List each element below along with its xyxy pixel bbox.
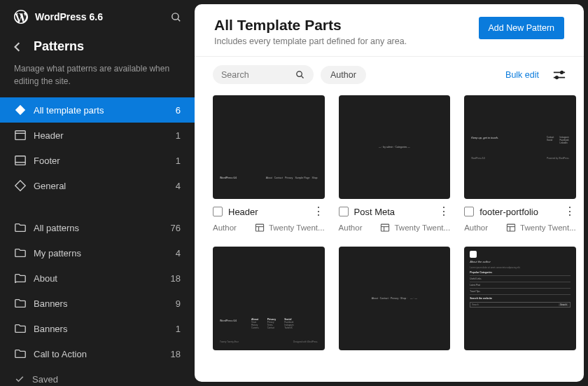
sidebar-item-count: 1 — [176, 156, 181, 166]
sidebar-item-count: 9 — [176, 298, 181, 309]
brand: WordPress 6.6 — [14, 10, 103, 24]
grid-scroll[interactable]: WordPress 6.6AboutContactPrivacySample P… — [195, 91, 584, 382]
search-icon[interactable] — [170, 11, 182, 23]
sidebar-item-footer[interactable]: Footer 1 — [0, 148, 195, 173]
card-checkbox[interactable] — [464, 207, 474, 216]
card-title: footer-portfolio — [479, 207, 558, 217]
pattern-grid: WordPress 6.6AboutContactPrivacySample P… — [213, 95, 566, 350]
wordpress-logo-icon — [14, 10, 28, 24]
page-subtitle: Includes every template part defined for… — [214, 36, 407, 46]
sidebar-item-count: 18 — [171, 273, 181, 284]
pattern-preview[interactable]: About · Contact · Privacy · Shop · — · — — [339, 247, 451, 350]
card-checkbox[interactable] — [213, 207, 223, 216]
svg-rect-4 — [15, 156, 25, 165]
sidebar-item-label: Header — [34, 130, 64, 141]
search-input-wrap[interactable] — [213, 65, 314, 84]
author-label: Author — [339, 223, 363, 232]
svg-rect-15 — [382, 224, 389, 231]
sidebar-item-label: Banners — [34, 324, 67, 334]
more-options-icon[interactable]: ⋮ — [312, 206, 325, 217]
svg-rect-2 — [15, 131, 25, 140]
sidebar-item-label: All patterns — [34, 223, 79, 233]
card-checkbox[interactable] — [339, 207, 349, 216]
pattern-card-footer-credit: About · Contact · Privacy · Shop · — · — — [339, 247, 451, 350]
svg-rect-18 — [507, 224, 514, 231]
pattern-card-footer: WordPress 6.6 AboutTeamHistoryCareers Pr… — [213, 247, 325, 350]
diamond-icon — [14, 104, 27, 116]
saved-indicator: Saved — [0, 366, 195, 386]
pattern-preview[interactable]: About the author Lorem ipsum dolor sit a… — [464, 247, 576, 350]
sidebar-item-about[interactable]: About 18 — [0, 266, 195, 291]
footer-layout-icon — [14, 154, 27, 167]
theme-name: Twenty Twent... — [269, 223, 325, 232]
pattern-card-footer-portfolio: Keep up, get in touch. ContactSocialInst… — [464, 95, 576, 233]
sidebar-title: Patterns — [34, 39, 84, 54]
sidebar-item-all-template-parts[interactable]: All template parts 6 — [0, 97, 195, 123]
sidebar-item-my-patterns[interactable]: My patterns 4 — [0, 240, 195, 266]
toolbar: Author Bulk edit — [195, 57, 584, 91]
sidebar-item-count: 4 — [176, 248, 181, 259]
author-label: Author — [213, 223, 237, 232]
main-header: All Template Parts Includes every templa… — [195, 4, 584, 57]
sidebar-item-count: 1 — [176, 130, 181, 141]
svg-line-7 — [301, 76, 303, 78]
pattern-preview[interactable]: WordPress 6.6 AboutTeamHistoryCareers Pr… — [213, 247, 325, 350]
sidebar-top: WordPress 6.6 — [0, 10, 195, 34]
sidebar-item-label: All template parts — [34, 105, 104, 116]
add-new-pattern-button[interactable]: Add New Pattern — [479, 17, 565, 39]
svg-rect-12 — [255, 224, 263, 231]
main-panel: All Template Parts Includes every templa… — [195, 4, 584, 382]
sidebar-item-label: General — [34, 181, 66, 191]
author-filter[interactable]: Author — [321, 66, 366, 84]
pattern-card-header: WordPress 6.6AboutContactPrivacySample P… — [213, 95, 325, 233]
more-options-icon[interactable]: ⋮ — [438, 206, 450, 217]
theme-layout-icon — [255, 223, 265, 233]
sidebar-item-call-to-action[interactable]: Call to Action 18 — [0, 341, 195, 366]
breadcrumb: Patterns — [0, 34, 195, 57]
sidebar-item-banners-2[interactable]: Banners 1 — [0, 316, 195, 341]
sidebar-item-count: 6 — [176, 105, 181, 116]
theme-layout-icon — [380, 223, 390, 233]
header-layout-icon — [14, 129, 27, 142]
sidebar-item-label: Footer — [34, 156, 60, 166]
author-label: Author — [464, 223, 488, 232]
sidebar-item-label: About — [34, 273, 57, 284]
card-title: Header — [228, 207, 307, 217]
chevron-left-icon[interactable] — [14, 42, 21, 52]
svg-point-6 — [297, 71, 302, 77]
sidebar-item-count: 18 — [171, 349, 181, 359]
sidebar-item-label: Call to Action — [34, 349, 87, 359]
svg-point-9 — [561, 71, 564, 74]
theme-name: Twenty Twent... — [394, 223, 450, 232]
folder-icon — [14, 297, 27, 310]
search-input[interactable] — [221, 70, 295, 80]
filter-options-icon[interactable] — [553, 70, 566, 80]
sidebar-item-count: 4 — [176, 181, 181, 191]
folder-icon — [14, 322, 27, 335]
template-parts-list: All template parts 6 Header 1 Footer 1 G… — [0, 97, 195, 198]
folder-icon — [14, 221, 27, 234]
sidebar-item-banners-1[interactable]: Banners 9 — [0, 291, 195, 316]
more-options-icon[interactable]: ⋮ — [564, 206, 576, 217]
sidebar-item-general[interactable]: General 4 — [0, 173, 195, 198]
sidebar-item-header[interactable]: Header 1 — [0, 123, 195, 148]
folder-icon — [14, 247, 27, 259]
folder-icon — [14, 272, 27, 284]
svg-point-0 — [172, 13, 178, 19]
svg-line-1 — [178, 18, 180, 20]
pattern-card-sidebar: About the author Lorem ipsum dolor sit a… — [464, 247, 576, 350]
bulk-edit-button[interactable]: Bulk edit — [505, 70, 539, 80]
pattern-preview[interactable]: WordPress 6.6AboutContactPrivacySample P… — [213, 95, 325, 199]
pattern-preview[interactable]: Keep up, get in touch. ContactSocialInst… — [464, 95, 576, 199]
pattern-card-post-meta: — · by admin · Categories — Post Meta ⋮ … — [339, 95, 451, 233]
theme-name: Twenty Twent... — [520, 223, 576, 232]
card-theme: Twenty Twent... — [506, 223, 576, 233]
diamond-outline-icon — [14, 179, 27, 192]
saved-label: Saved — [32, 374, 58, 385]
sidebar-item-label: My patterns — [34, 248, 81, 259]
pattern-preview[interactable]: — · by admin · Categories — — [339, 95, 451, 199]
folder-icon — [14, 347, 27, 360]
sidebar-item-all-patterns[interactable]: All patterns 76 — [0, 215, 195, 240]
sidebar-item-count: 76 — [171, 223, 181, 233]
pattern-categories-list: All patterns 76 My patterns 4 About 18 B… — [0, 215, 195, 366]
